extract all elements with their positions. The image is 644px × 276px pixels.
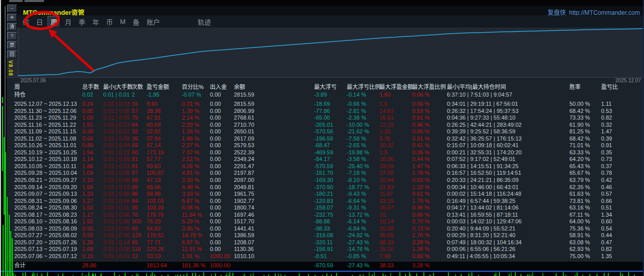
cell: 0.35 [379,135,412,143]
table-row[interactable]: 2025.09.14 ~ 2025.09.201.680.01 | 0.1885… [7,184,644,191]
cell: -3.89 [314,91,347,99]
cell: 持仓 [14,91,82,99]
cell: 0.54 [601,225,630,233]
cell: 35.55 [379,232,412,239]
cell: 93.60 [147,163,182,170]
table-row[interactable]: 2025.07.06 ~ 2025.07.120.150.01 | 0.0212… [7,253,644,260]
tab-周[interactable]: 周 [47,16,60,28]
cell: 2.27 % [182,142,210,149]
tab-年[interactable]: 年 [90,16,102,27]
cell: 2025.08.31 ~ 2025.09.06 [14,198,82,205]
window-button[interactable]: 回 [7,51,17,58]
tab-M[interactable]: M [117,17,128,26]
cell: 1.68 [82,246,103,253]
panel-titlebar: MTCommander资管 复盘侠http://MTCommander.com [7,6,644,15]
table-row[interactable]: 2025.11.16 ~ 2025.11.221.910.01 | 0.2384… [7,122,644,129]
tab-月[interactable]: 月 [62,16,74,27]
cell: 2617.09 [234,135,314,143]
cell: 0:06:33 | 14:15:51 | 91:34:25 [447,163,569,170]
table-row[interactable]: 2025.08.17 ~ 2025.08.231.170.01 | 0.0676… [7,212,644,219]
cell: 1517.70 [234,218,314,225]
cell: 11.97 [379,191,412,198]
tab-币[interactable]: 币 [104,16,115,27]
minimize-button[interactable]: − [7,5,17,12]
green-bar [3,225,4,276]
cell: 14.78 % [182,232,210,239]
table-row[interactable]: 2025.07.13 ~ 2025.07.191.680.01 | 0.0811… [7,246,644,253]
volume-tick [47,272,48,276]
column-header: 次数 [132,83,147,91]
cell: 61.90 % [569,122,601,129]
cell: 58.98 [147,191,182,198]
table-row[interactable]: 2025.11.02 ~ 2025.11.080.660.01 | 0.0838… [7,135,644,143]
ban-button[interactable]: 禁 [7,41,17,49]
cell: 0.95 % [412,204,447,212]
volume-tick [448,272,449,276]
table-row[interactable]: 2025.12.07 ~ 2025.12.130.240.01 | 0.0316… [7,101,644,108]
cell: 2025.07.20 ~ 2025.07.26 [14,239,82,246]
cell: 179.76 [147,212,182,219]
table-row[interactable]: 2025.11.09 ~ 2025.11.150.380.01 | 0.0232… [7,128,644,135]
clear-button[interactable]: 清 [7,23,17,31]
table-row[interactable]: 2025.09.21 ~ 2025.09.271.100.01 | 0.0858… [7,177,644,184]
stats-table: 周总手数最小|大手数次数盈亏金额百分比%出入金余额最大浮亏最大浮亏比例最大浮盈金… [7,83,644,271]
chart-date-labels: 2025.07.06 2025.12.07 [7,78,644,83]
table-row[interactable]: 2025.08.10 ~ 2025.08.161.520.01 | 0.0610… [7,218,644,225]
table-row[interactable]: 2025.08.24 ~ 2025.08.301.630.01 | 0.1195… [7,204,644,212]
volume-tick [253,273,254,276]
table-row[interactable]: 2025.10.19 ~ 2025.10.251.540.01 | 0.2360… [7,149,644,156]
cell: 75.36 % [569,225,601,233]
move-button[interactable]: ✛ [7,14,17,21]
cell: 1.52 [82,218,103,225]
volume-tick [542,273,543,276]
cell: 0.46 % [412,122,447,129]
cell: -24.92 % [347,232,379,239]
table-row[interactable]: 2025.07.27 ~ 2025.08.023.590.01 | 0.3012… [7,232,644,239]
tab-日[interactable]: 日 [34,16,45,27]
cell: 2025.11.02 ~ 2025.11.08 [14,135,82,143]
position-row[interactable]: 持仓0.020.01 | 0.012-1.95-0.07 %0.002815.5… [7,91,644,99]
cell: 1.6 [379,149,412,156]
cell: 0.01 % [412,135,447,143]
tab-账户[interactable]: 账户 [144,16,162,27]
cell: 65.43 % [569,163,601,170]
cell: 2197.87 [234,170,314,177]
cell: 0.44 % [412,156,447,163]
cell: 37.55 [379,170,412,177]
volume-tick [152,272,153,276]
table-row[interactable]: 2025.10.12 ~ 2025.10.181.140.01 | 0.0581… [7,156,644,163]
volume-tick [308,274,309,276]
cell: -77.86 [314,108,347,115]
table-row[interactable]: 2025.08.03 ~ 2025.08.090.900.01 | 0.0569… [7,225,644,233]
table-row[interactable]: 2025.09.07 ~ 2025.09.131.330.01 | 0.0886… [7,191,644,198]
tab-备[interactable]: 备 [130,16,142,27]
volume-tick [416,273,417,276]
cell: 1.26 [82,239,103,246]
cell: 11.84 % [182,212,210,219]
help-button[interactable]: ? [7,32,17,40]
table-row[interactable]: 2025.07.20 ~ 2025.07.261.260.01 | 0.1465… [7,239,644,246]
cell: 61.63 % [569,191,601,198]
table-row[interactable]: 2025.11.30 ~ 2025.12.060.850.01 | 0.0557… [7,108,644,115]
table-row[interactable]: 2025.11.23 ~ 2025.11.291.000.01 | 0.0575… [7,114,644,122]
cell: 0.00 [210,198,234,205]
cell: 50.00 % [569,101,601,108]
green-bar [5,152,6,276]
volume-tick [326,273,327,276]
cell: 69 [132,142,147,149]
cell: 0.00 [210,163,234,170]
table-row[interactable]: 2025.08.31 ~ 2025.09.061.270.01 | 0.0884… [7,198,644,205]
tab-轨迹[interactable]: 轨迹 [195,16,213,27]
tab-综[interactable]: 综 [20,16,32,27]
cell: 2025.11.16 ~ 2025.11.22 [14,122,82,129]
column-header: 百分比% [182,83,210,91]
tab-季[interactable]: 季 [76,16,88,27]
cell: 0.01 | 0.23 [103,163,132,170]
volume-tick [509,274,510,276]
cell: 0:34:01 | 29:19:11 | 67:56:01 [447,101,569,108]
cell: 0.01 | 0.08 [103,170,132,177]
volume-tick [423,272,424,276]
table-row[interactable]: 2025.10.26 ~ 2025.11.010.890.01 | 0.0469… [7,142,644,149]
table-row[interactable]: 2025.10.05 ~ 2025.10.111.860.01 | 0.2381… [7,163,644,170]
table-row[interactable]: 2025.09.28 ~ 2025.10.041.090.01 | 0.0867… [7,170,644,177]
